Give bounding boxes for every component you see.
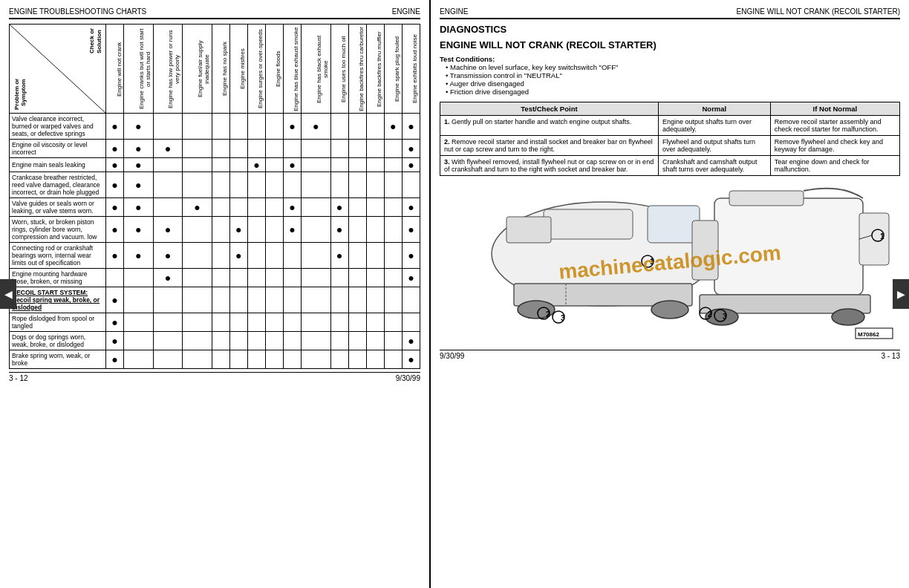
diag-col-normal: Normal — [658, 102, 770, 116]
dot-cell — [348, 313, 366, 332]
dot-cell — [153, 287, 183, 313]
dot-cell — [330, 172, 348, 198]
dot-cell — [265, 350, 283, 369]
dot-cell — [348, 158, 366, 172]
test-condition-item: Transmission control in "NEUTRAL" — [446, 71, 900, 79]
corner-cell: Problem orSymptom Check orSolution — [10, 24, 106, 114]
dot-cell — [153, 158, 183, 172]
svg-text:1: 1 — [880, 232, 884, 241]
dot-cell — [265, 172, 283, 198]
dot-cell — [265, 158, 283, 172]
dot-cell: ● — [106, 158, 124, 172]
dot-cell — [330, 269, 348, 287]
dot-cell: ● — [106, 287, 124, 313]
dot-cell — [348, 217, 366, 243]
test-conditions-list: Machine on level surface, key key switch… — [440, 63, 900, 96]
diagnostics-title: DIAGNOSTICS — [440, 24, 900, 35]
col-header: Engine backfires thru muffler — [366, 24, 384, 114]
dot-cell — [330, 114, 348, 140]
dot-cell: ● — [330, 217, 348, 243]
dot-cell — [366, 243, 384, 269]
dot-cell: ● — [402, 158, 420, 172]
dot-cell — [366, 198, 384, 217]
diagnostics-table: Test/Check Point Normal If Not Normal 1.… — [440, 102, 900, 176]
dot-cell: ● — [153, 140, 183, 158]
table-row: Dogs or dog springs worn, weak, broke, o… — [10, 332, 420, 350]
dot-cell — [247, 243, 265, 269]
dot-cell — [229, 332, 247, 350]
dot-cell — [330, 287, 348, 313]
dot-cell — [402, 172, 420, 198]
dot-cell — [229, 114, 247, 140]
diag-tbody: 1. Gently pull on starter handle and wat… — [440, 116, 900, 176]
dot-cell — [153, 198, 183, 217]
dot-cell — [247, 332, 265, 350]
dot-cell — [384, 243, 402, 269]
dot-cell — [212, 313, 229, 332]
svg-text:1: 1 — [650, 258, 654, 266]
dot-cell — [366, 158, 384, 172]
col-header: Engine has low power or runs very poorly — [153, 24, 183, 114]
dot-cell — [302, 198, 331, 217]
col-header: Engine spark plug fouled — [384, 24, 402, 114]
right-header-title: ENGINE WILL NOT CRANK (RECOIL STARTER) — [737, 7, 900, 16]
dot-cell — [366, 114, 384, 140]
dot-cell — [212, 114, 229, 140]
dot-cell — [384, 198, 402, 217]
dot-cell — [153, 114, 183, 140]
dot-cell — [402, 313, 420, 332]
dot-cell — [330, 350, 348, 369]
left-footer-date: 9/30/99 — [396, 374, 420, 382]
engine-diagram: machinecatalogic.com 1 — [440, 183, 900, 347]
dot-cell — [384, 332, 402, 350]
row-label: Worn, stuck, or broken piston rings, cyl… — [10, 217, 106, 243]
row-label: RECOIL START SYSTEM: Recoil spring weak,… — [10, 287, 106, 313]
dot-cell: ● — [229, 243, 247, 269]
dot-cell: ● — [402, 114, 420, 140]
dot-cell — [212, 287, 229, 313]
diag-if-not-normal: Remove recoil starter assembly and check… — [770, 116, 899, 136]
right-footer-date: 9/30/99 — [440, 352, 464, 360]
dot-cell — [348, 350, 366, 369]
dot-cell — [384, 313, 402, 332]
diag-header-row: Test/Check Point Normal If Not Normal — [440, 102, 900, 116]
left-footer: 3 - 12 9/30/99 — [9, 372, 420, 382]
dot-cell — [229, 140, 247, 158]
dot-cell — [366, 140, 384, 158]
dot-cell — [183, 158, 212, 172]
dot-cell — [265, 269, 283, 287]
left-header: ENGINE TROUBLESHOOTING CHARTS ENGINE — [9, 7, 420, 19]
diag-table-row: 2. Remove recoil starter and install soc… — [440, 136, 900, 156]
dot-cell — [247, 287, 265, 313]
dot-cell — [183, 313, 212, 332]
dot-cell — [183, 332, 212, 350]
dot-cell — [302, 350, 331, 369]
dot-cell: ● — [283, 198, 301, 217]
dot-cell: ● — [106, 350, 124, 369]
svg-text:3: 3 — [561, 314, 565, 322]
dot-cell: ● — [153, 243, 183, 269]
right-footer-page: 3 - 13 — [881, 352, 900, 360]
col-header: Engine has no spark — [212, 24, 229, 114]
dot-cell — [330, 140, 348, 158]
diag-check-point: 3. With flywheel removed, install flywhe… — [440, 156, 659, 176]
dot-cell — [330, 313, 348, 332]
svg-point-7 — [651, 301, 688, 318]
left-nav-arrow[interactable]: ◀ — [0, 279, 16, 309]
dot-cell — [302, 172, 331, 198]
dot-cell: ● — [402, 332, 420, 350]
row-label: Engine oil viscosity or level incorrect — [10, 140, 106, 158]
dot-cell: ● — [402, 217, 420, 243]
left-header-title: ENGINE TROUBLESHOOTING CHARTS — [9, 7, 146, 16]
row-label: Brake spring worn, weak, or broke — [10, 350, 106, 369]
dot-cell: ● — [124, 217, 154, 243]
dot-cell — [302, 243, 331, 269]
table-row: Crankcase breather restricted, reed valv… — [10, 172, 420, 198]
dot-cell — [283, 172, 301, 198]
col-header: Engine misfires — [229, 24, 247, 114]
dot-cell — [183, 217, 212, 243]
diag-check-point: 2. Remove recoil starter and install soc… — [440, 136, 659, 156]
dot-cell — [247, 313, 265, 332]
dot-cell: ● — [124, 172, 154, 198]
col-header: Engine uses too much oil — [330, 24, 348, 114]
